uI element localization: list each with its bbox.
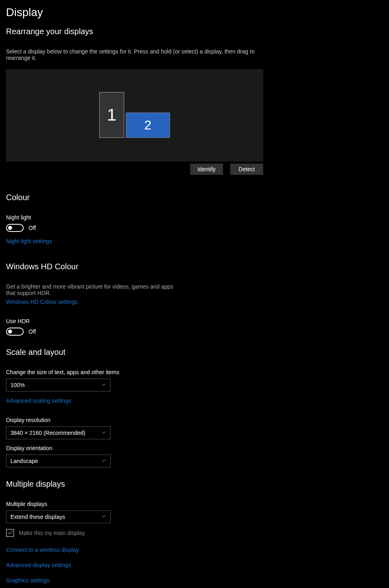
hd-colour-desc: Get a brighter and more vibrant picture … — [6, 283, 175, 296]
rearrange-title: Rearrange your displays — [6, 27, 383, 36]
chevron-down-icon — [101, 514, 106, 520]
orientation-label: Display orientation — [6, 445, 383, 451]
resolution-label: Display resolution — [6, 417, 383, 423]
use-hdr-label: Use HDR — [6, 318, 383, 324]
main-display-label: Make this my main display — [19, 530, 85, 536]
resolution-dropdown[interactable]: 3840 × 2160 (Recommended) — [6, 426, 111, 439]
multiple-displays-value: Extend these displays — [10, 514, 65, 520]
night-light-label: Night light — [6, 214, 383, 221]
detect-button[interactable]: Detect — [230, 164, 263, 175]
advanced-scaling-link[interactable]: Advanced scaling settings — [6, 397, 71, 404]
connect-wireless-link[interactable]: Connect to a wireless display — [6, 547, 383, 553]
multiple-displays-title: Multiple displays — [6, 479, 383, 489]
use-hdr-toggle[interactable] — [6, 328, 24, 336]
scale-layout-title: Scale and layout — [6, 348, 383, 357]
hd-colour-settings-link[interactable]: Windows HD Colour settings — [6, 299, 78, 305]
identify-button[interactable]: Identify — [190, 164, 223, 175]
rearrange-desc: Select a display below to change the set… — [6, 48, 263, 61]
monitor-1-box[interactable]: 1 — [99, 92, 124, 138]
orientation-dropdown[interactable]: Landscape — [6, 455, 111, 467]
colour-title: Colour — [6, 193, 383, 202]
page-title: Display — [6, 6, 383, 19]
scale-dropdown[interactable]: 100% — [6, 379, 111, 391]
checkmark-icon — [7, 530, 13, 537]
display-arrangement-area[interactable]: 1 2 — [6, 69, 263, 162]
night-light-state: Off — [29, 225, 36, 231]
orientation-value: Landscape — [10, 458, 38, 464]
advanced-display-link[interactable]: Advanced display settings — [6, 562, 383, 568]
scale-value: 100% — [10, 382, 25, 388]
hd-colour-title: Windows HD Colour — [6, 262, 383, 271]
use-hdr-state: Off — [29, 328, 36, 335]
night-light-toggle[interactable] — [6, 224, 24, 232]
main-display-checkbox — [6, 529, 14, 537]
chevron-down-icon — [101, 382, 106, 388]
multiple-displays-label: Multiple displays — [6, 501, 383, 507]
chevron-down-icon — [101, 430, 106, 436]
change-size-label: Change the size of text, apps and other … — [6, 369, 383, 375]
graphics-settings-link[interactable]: Graphics settings — [6, 577, 383, 584]
multiple-displays-dropdown[interactable]: Extend these displays — [6, 510, 111, 523]
night-light-settings-link[interactable]: Night light settings — [6, 238, 52, 244]
monitor-2-box[interactable]: 2 — [126, 113, 170, 138]
resolution-value: 3840 × 2160 (Recommended) — [10, 430, 85, 436]
chevron-down-icon — [101, 458, 106, 464]
